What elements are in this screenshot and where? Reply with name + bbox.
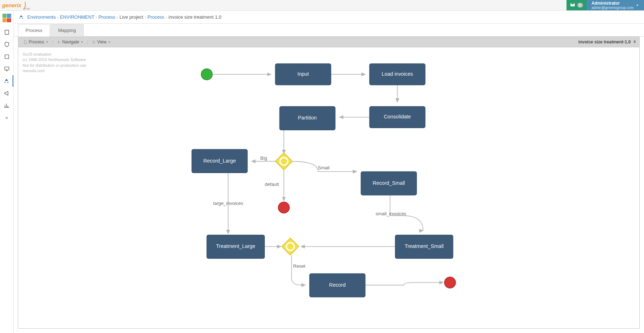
- node-record[interactable]: Record: [310, 273, 365, 297]
- node-trt_large[interactable]: Treatment_Large: [207, 235, 264, 259]
- chevron-down-icon: ▼: [636, 4, 639, 7]
- mail-button[interactable]: 0: [567, 0, 587, 10]
- svg-point-18: [278, 202, 290, 213]
- top-bar: generixgroup 0 Administrator admin@gener…: [0, 0, 644, 11]
- flow-edge: [292, 255, 305, 285]
- breadcrumb-item: Live project: [119, 14, 143, 20]
- svg-point-4: [201, 69, 212, 80]
- tab-process[interactable]: Process: [18, 24, 50, 37]
- svg-text:Treatment_Small: Treatment_Small: [405, 243, 443, 249]
- svg-text:Record_Large: Record_Large: [203, 158, 236, 164]
- breadcrumb-item[interactable]: Environments: [27, 14, 56, 20]
- mail-count-badge: 0: [577, 3, 583, 8]
- svg-text:Input: Input: [297, 71, 309, 77]
- user-menu[interactable]: Administrator admin@generixgroup.com ▼: [587, 0, 644, 10]
- svg-rect-3: [634, 41, 636, 43]
- node-end1[interactable]: [278, 202, 290, 213]
- breadcrumb: Environments › ENVIRONMENT › Process › L…: [14, 11, 644, 24]
- breadcrumb-item: invoice size treatment 1.0: [169, 14, 221, 20]
- flow-edge: [365, 282, 443, 285]
- node-consolidate[interactable]: Consolidate: [370, 107, 425, 128]
- node-start[interactable]: [201, 69, 212, 80]
- sidebar-item-chart[interactable]: [0, 100, 13, 111]
- node-gw1[interactable]: [275, 153, 292, 170]
- toolbar-process-menu[interactable]: Process▼: [21, 38, 51, 46]
- logo: generixgroup: [2, 2, 26, 8]
- process-title: invoice size treatment-1.0: [578, 39, 631, 44]
- svg-point-26: [445, 277, 456, 288]
- watermark: GoJS evaluation (c) 1998-2015 Northwoods…: [23, 52, 86, 74]
- edge-label: small_invoices: [376, 211, 406, 216]
- svg-text:Load invoices: Load invoices: [382, 71, 413, 77]
- sitemap-icon: [19, 14, 24, 20]
- breadcrumb-item[interactable]: Process: [98, 14, 115, 20]
- node-end2[interactable]: [445, 277, 456, 288]
- user-email: admin@generixgroup.com: [592, 6, 634, 10]
- process-diagram: BigSmalldefaultlarge_invoicessmall_invoi…: [18, 47, 639, 328]
- tab-mapping[interactable]: Mapping: [51, 24, 84, 37]
- svg-rect-0: [5, 30, 9, 34]
- edge-label: default: [265, 182, 279, 187]
- mail-icon: [570, 2, 575, 8]
- sidebar-item-megaphone[interactable]: [0, 88, 13, 99]
- sidebar-item-monitor[interactable]: [0, 63, 13, 75]
- svg-point-2: [93, 41, 95, 43]
- sidebar-item-page[interactable]: [0, 27, 13, 38]
- edge-label: large_invoices: [213, 201, 243, 206]
- svg-rect-1: [5, 67, 9, 70]
- user-name: Administrator: [592, 1, 634, 6]
- apps-icon[interactable]: [3, 14, 11, 22]
- sidebar-collapse[interactable]: »: [0, 112, 13, 123]
- toolbar: Process▼ | Navigate▼ | View▼ invoice siz…: [18, 37, 640, 47]
- svg-text:Record: Record: [329, 282, 345, 288]
- svg-text:Consolidate: Consolidate: [384, 114, 411, 119]
- node-input[interactable]: Input: [275, 64, 331, 85]
- toolbar-view-menu[interactable]: View▼: [90, 38, 113, 46]
- lock-icon: [633, 39, 636, 44]
- sidebar: »: [0, 11, 14, 333]
- diagram-canvas[interactable]: GoJS evaluation (c) 1998-2015 Northwoods…: [18, 47, 640, 329]
- edge-label: Reset: [293, 263, 306, 269]
- node-load[interactable]: Load invoices: [370, 64, 425, 85]
- node-trt_small[interactable]: Treatment_Small: [395, 235, 453, 259]
- breadcrumb-item[interactable]: ENVIRONMENT: [60, 14, 94, 20]
- sidebar-item-shield[interactable]: [0, 39, 13, 50]
- node-record_large[interactable]: Record_Large: [192, 149, 247, 173]
- sidebar-item-sitemap[interactable]: [0, 75, 13, 87]
- svg-text:Partition: Partition: [298, 115, 317, 121]
- toolbar-navigate-menu[interactable]: Navigate▼: [55, 38, 85, 46]
- node-gw2[interactable]: [282, 238, 299, 255]
- breadcrumb-item[interactable]: Process: [147, 14, 164, 20]
- sidebar-item-book[interactable]: [0, 51, 13, 62]
- svg-text:Treatment_Large: Treatment_Large: [216, 243, 255, 249]
- node-record_small[interactable]: Record_Small: [361, 172, 417, 195]
- svg-text:Record_Small: Record_Small: [373, 180, 405, 186]
- tab-row: Process Mapping: [14, 24, 644, 37]
- node-partition[interactable]: Partition: [279, 107, 335, 130]
- edge-label: Big: [260, 155, 267, 161]
- edge-label: Small: [318, 165, 330, 170]
